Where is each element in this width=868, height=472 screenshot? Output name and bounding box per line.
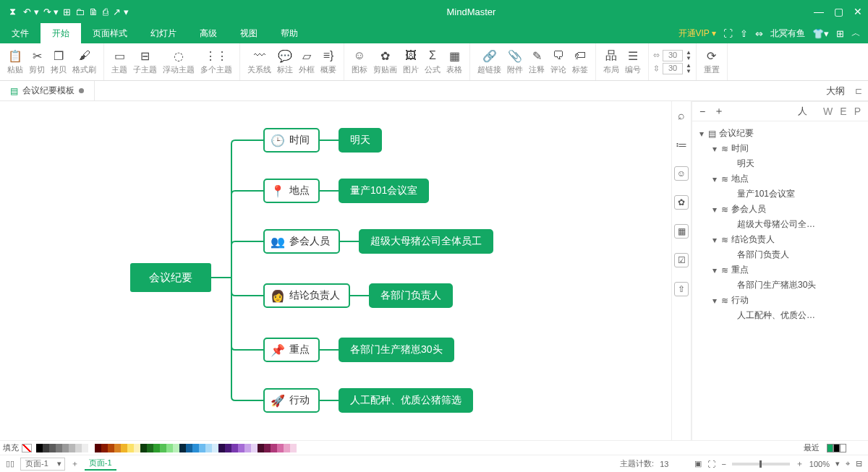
mm-sub-3[interactable]: 各部门负责人 [369,283,453,308]
outline-row[interactable]: ▾≋结论负责人 [695,232,865,247]
copy-button[interactable]: ❐拷贝 [48,47,69,77]
swatch[interactable] [43,444,49,452]
open-icon[interactable]: 🗀 [75,7,85,17]
cloud-icon[interactable]: ⇧ [740,28,748,39]
swatch[interactable] [277,444,284,452]
outline-title[interactable]: 大纲 [816,85,855,98]
outline-export-W[interactable]: W [823,106,833,117]
swatch[interactable] [49,444,56,452]
swatch[interactable] [75,444,82,452]
swatch[interactable] [205,444,212,452]
outline-row[interactable]: 各部门生产猪崽30头 [695,278,865,293]
rail-icon-5[interactable]: ⇧ [674,282,689,296]
outline-row[interactable]: ▾≋时间 [695,141,865,156]
cut-button[interactable]: ✂剪切 [26,47,48,77]
swatch[interactable] [95,444,101,452]
swatch[interactable] [88,444,95,452]
rail-icon-1[interactable]: ☺ [674,166,689,181]
outline-row[interactable]: ▾≋重点 [695,262,865,278]
note-button[interactable]: ✎注释 [526,47,548,77]
mm-sub-5[interactable]: 人工配种、优质公猪筛选 [339,388,473,413]
outline-row[interactable]: ▾≋地点 [695,171,865,186]
format-brush-button[interactable]: 🖌格式刷 [69,47,99,77]
collapse-panel-icon[interactable]: ⊟ [856,459,862,468]
swatch[interactable] [153,444,160,452]
mm-root[interactable]: 会议纪要 [130,263,211,292]
close-icon[interactable]: ✕ [854,6,862,17]
lock-icon[interactable]: ⛶ [723,28,733,39]
rail-list-icon[interactable]: ≔ [674,137,689,152]
outline-export-E[interactable]: E [840,106,846,117]
center-icon[interactable]: ⌖ [846,459,850,468]
swatch[interactable] [173,444,179,452]
topic-width-spin[interactable]: ⬄30▲▼ [653,50,692,61]
view-switch-icon[interactable]: ▯▯ [6,459,14,468]
menu-3[interactable]: 幻灯片 [139,23,188,43]
swatch[interactable] [101,444,108,452]
print-icon[interactable]: ⎙ [103,7,109,17]
outline-row[interactable]: 人工配种、优质公… [695,308,865,323]
topic-height-spin[interactable]: ⬄30▲▼ [653,63,692,74]
swatch[interactable] [160,444,166,452]
share-icon[interactable]: ⇔ [755,28,763,39]
add-page-icon[interactable]: ＋ [71,458,79,469]
swatch[interactable] [186,444,192,452]
outline-row[interactable]: ▾▤会议纪要 [695,126,865,141]
user-name[interactable]: 北冥有鱼 [770,27,805,40]
menu-1[interactable]: 开始 [41,23,81,43]
topic-button[interactable]: ▭主题 [109,47,130,77]
fit-page-icon[interactable]: ▣ [694,459,702,468]
callout-button[interactable]: 💬标注 [274,47,296,77]
swatch[interactable] [244,444,251,452]
swatch[interactable] [69,444,75,452]
swatch[interactable] [199,444,205,452]
zoom-in-icon[interactable]: ＋ [796,458,804,469]
outline-row[interactable]: ▾≋行动 [695,293,865,308]
mm-sub-2[interactable]: 超级大母猪公司全体员工 [359,229,493,254]
swatch[interactable] [192,444,199,452]
mm-topic-4[interactable]: 📌重点 [263,338,320,362]
swatch[interactable] [284,444,290,452]
outline-tree[interactable]: ▾▤会议纪要▾≋时间明天▾≋地点量产101会议室▾≋参会人员超级大母猪公司全…▾… [692,121,868,440]
summary-button[interactable]: ≡}概要 [318,47,339,77]
maximize-icon[interactable]: ▢ [834,6,843,17]
rail-icon-2[interactable]: ✿ [674,195,689,210]
collapse-ribbon-icon[interactable]: ︿ [851,27,861,40]
zoom-out-icon[interactable]: − [721,460,726,468]
swatch[interactable] [82,444,88,452]
swatch[interactable] [179,444,186,452]
zoom-slider[interactable] [732,463,790,465]
table-button[interactable]: ▦表格 [443,47,465,77]
document-tab[interactable]: ▤ 会议纪要模板 [0,81,95,101]
float-topic-button[interactable]: ◌浮动主题 [160,47,197,77]
hyperlink-button[interactable]: 🔗超链接 [475,47,504,77]
outline-expand-icon[interactable]: ＋ [714,105,724,118]
paste-button[interactable]: 📋粘贴 [4,47,26,77]
no-fill-swatch[interactable] [22,444,32,452]
swatch[interactable] [140,444,147,452]
mm-topic-1[interactable]: 📍地点 [263,179,320,203]
mm-topic-3[interactable]: 👩结论负责人 [263,283,350,308]
swatch[interactable] [121,444,127,452]
save-icon[interactable]: 🗎 [89,7,98,17]
swatch[interactable] [166,444,173,452]
number-button[interactable]: ☰编号 [622,47,644,77]
outline-collapse-icon[interactable]: − [699,106,705,117]
reset-button[interactable]: ⟳重置 [701,47,723,77]
swatch[interactable] [114,444,121,452]
frame-button[interactable]: ▱外框 [296,47,318,77]
export-icon[interactable]: ↗ ▾ [113,7,129,17]
mm-sub-0[interactable]: 明天 [339,128,382,153]
minimize-icon[interactable]: — [814,6,824,17]
menu-0[interactable]: 文件 [0,23,41,43]
outline-row[interactable]: 明天 [695,156,865,171]
swatch[interactable] [251,444,258,452]
menu-6[interactable]: 帮助 [269,23,310,43]
swatch[interactable] [225,444,231,452]
formula-button[interactable]: Σ公式 [422,47,443,77]
swatch[interactable] [271,444,277,452]
swatch[interactable] [134,444,140,452]
swatch[interactable] [290,444,297,452]
swatch[interactable] [147,444,153,452]
clipart-button[interactable]: ✿剪贴画 [370,47,400,77]
